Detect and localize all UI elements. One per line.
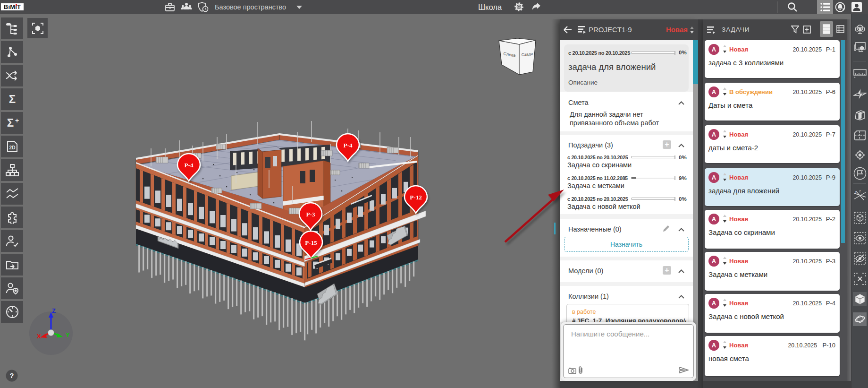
svg-text:1: 1 [855, 190, 857, 194]
svg-text:P-15: P-15 [305, 239, 317, 246]
svg-text:P-3: P-3 [306, 211, 315, 218]
svg-text:+: + [15, 117, 18, 124]
svg-text:P-12: P-12 [410, 194, 421, 201]
svg-text:2D: 2D [9, 145, 15, 150]
svg-text:?: ? [10, 372, 14, 379]
svg-text:Y: Y [66, 331, 70, 338]
svg-text:Σ: Σ [8, 93, 15, 105]
svg-text:2: 2 [859, 190, 861, 193]
svg-text:Σ: Σ [7, 116, 13, 129]
svg-text:P-4: P-4 [185, 162, 194, 169]
svg-text:P-4: P-4 [344, 142, 353, 149]
svg-text:Z: Z [52, 307, 56, 314]
svg-text:X: X [37, 333, 41, 340]
